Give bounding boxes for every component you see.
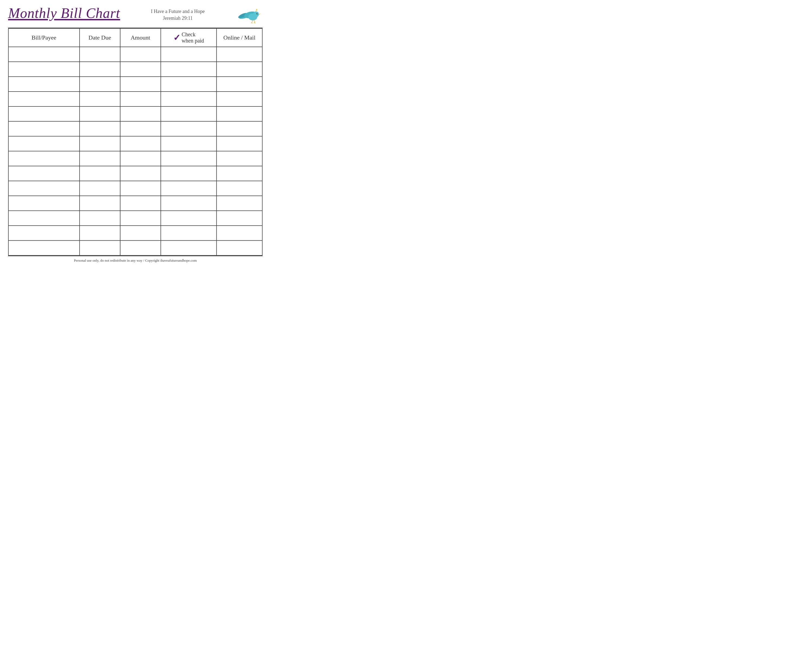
table-cell[interactable] (79, 211, 120, 226)
svg-point-14 (256, 9, 257, 10)
table-cell[interactable] (161, 166, 217, 181)
table-cell[interactable] (161, 136, 217, 151)
check-header-content: ✓ Check when paid (163, 31, 214, 44)
table-cell[interactable] (79, 181, 120, 196)
table-cell[interactable] (120, 211, 161, 226)
table-cell[interactable] (161, 121, 217, 136)
checkmark-icon: ✓ (173, 33, 180, 42)
table-cell[interactable] (217, 181, 262, 196)
table-cell[interactable] (161, 181, 217, 196)
table-cell[interactable] (120, 76, 161, 92)
table-cell[interactable] (217, 92, 262, 106)
col-header-bill: Bill/Payee (8, 28, 79, 47)
table-cell[interactable] (8, 240, 79, 255)
footer-text: Personal use only, do not redistribute i… (74, 258, 197, 262)
table-cell[interactable] (217, 76, 262, 92)
table-cell[interactable] (8, 62, 79, 76)
tagline-block: I Have a Future and a Hope Jeremiah 29:1… (151, 8, 205, 22)
table-cell[interactable] (217, 121, 262, 136)
footer: Personal use only, do not redistribute i… (8, 255, 263, 264)
table-cell[interactable] (161, 106, 217, 121)
table-cell[interactable] (8, 226, 79, 240)
table-cell[interactable] (8, 166, 79, 181)
table-row (8, 240, 262, 255)
table-cell[interactable] (8, 151, 79, 166)
table-cell[interactable] (79, 226, 120, 240)
svg-line-13 (255, 23, 255, 24)
svg-line-9 (254, 20, 255, 23)
table-cell[interactable] (8, 76, 79, 92)
table-header-row: Bill/Payee Date Due Amount ✓ Check w (8, 28, 262, 47)
table-cell[interactable] (217, 62, 262, 76)
table-cell[interactable] (161, 211, 217, 226)
table-cell[interactable] (79, 121, 120, 136)
table-cell[interactable] (161, 240, 217, 255)
table-cell[interactable] (217, 106, 262, 121)
tagline-line1: I Have a Future and a Hope (151, 8, 205, 15)
table-cell[interactable] (8, 92, 79, 106)
col-header-online: Online / Mail (217, 28, 262, 47)
table-cell[interactable] (79, 151, 120, 166)
table-cell[interactable] (217, 166, 262, 181)
table-cell[interactable] (120, 106, 161, 121)
table-cell[interactable] (8, 136, 79, 151)
table-cell[interactable] (161, 76, 217, 92)
table-cell[interactable] (217, 151, 262, 166)
col-header-date: Date Due (79, 28, 120, 47)
check-label-text: Check when paid (182, 31, 204, 44)
table-cell[interactable] (79, 106, 120, 121)
table-cell[interactable] (217, 47, 262, 62)
table-row (8, 76, 262, 92)
table-cell[interactable] (161, 62, 217, 76)
table-cell[interactable] (79, 136, 120, 151)
table-cell[interactable] (79, 166, 120, 181)
table-row (8, 62, 262, 76)
table-cell[interactable] (79, 240, 120, 255)
table-cell[interactable] (217, 136, 262, 151)
table-cell[interactable] (8, 211, 79, 226)
table-cell[interactable] (8, 121, 79, 136)
table-cell[interactable] (120, 240, 161, 255)
bird-block (238, 5, 263, 24)
page: Monthly Bill Chart I Have a Future and a… (0, 0, 271, 266)
table-cell[interactable] (120, 92, 161, 106)
table-cell[interactable] (120, 181, 161, 196)
table-cell[interactable] (79, 76, 120, 92)
table-cell[interactable] (120, 226, 161, 240)
table-cell[interactable] (217, 211, 262, 226)
table-cell[interactable] (8, 47, 79, 62)
svg-point-4 (253, 11, 259, 17)
table-cell[interactable] (120, 166, 161, 181)
bird-icon (238, 5, 263, 24)
table-row (8, 181, 262, 196)
table-cell[interactable] (120, 121, 161, 136)
table-cell[interactable] (79, 62, 120, 76)
table-cell[interactable] (217, 196, 262, 211)
table-row (8, 151, 262, 166)
table-row (8, 196, 262, 211)
table-row (8, 47, 262, 62)
table-cell[interactable] (79, 47, 120, 62)
col-header-amount: Amount (120, 28, 161, 47)
table-cell[interactable] (120, 47, 161, 62)
table-cell[interactable] (79, 92, 120, 106)
table-cell[interactable] (161, 151, 217, 166)
table-cell[interactable] (8, 196, 79, 211)
table-cell[interactable] (120, 62, 161, 76)
table-row (8, 92, 262, 106)
table-cell[interactable] (79, 196, 120, 211)
table-cell[interactable] (161, 92, 217, 106)
table-cell[interactable] (161, 226, 217, 240)
table-cell[interactable] (161, 47, 217, 62)
table-cell[interactable] (120, 136, 161, 151)
table-cell[interactable] (120, 151, 161, 166)
table-cell[interactable] (8, 106, 79, 121)
table-row (8, 166, 262, 181)
table-cell[interactable] (217, 240, 262, 255)
table-cell[interactable] (8, 181, 79, 196)
table-cell[interactable] (120, 196, 161, 211)
svg-point-5 (256, 13, 258, 14)
svg-line-11 (252, 23, 253, 24)
table-cell[interactable] (161, 196, 217, 211)
table-cell[interactable] (217, 226, 262, 240)
